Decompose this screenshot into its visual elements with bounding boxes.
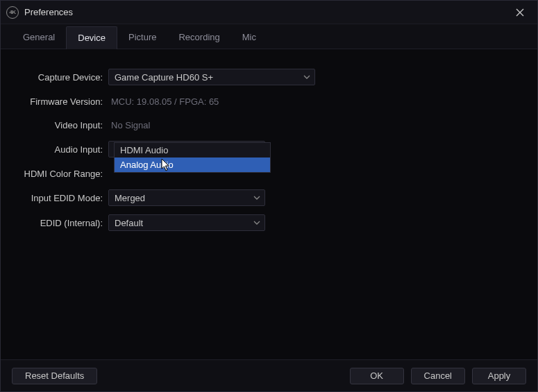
audio-input-option-analog[interactable]: Analog Audio — [115, 157, 270, 172]
app-icon: 4K — [6, 6, 19, 19]
close-icon — [516, 8, 524, 17]
label-capture-device: Capture Device: — [15, 72, 108, 83]
tab-recording[interactable]: Recording — [167, 26, 230, 49]
title-bar: 4K Preferences — [1, 1, 537, 24]
chevron-down-icon — [303, 74, 310, 80]
close-button[interactable] — [510, 2, 530, 23]
capture-device-select[interactable]: Game Capture HD60 S+ — [108, 69, 315, 85]
chevron-down-icon — [253, 194, 260, 201]
video-input-value: No Signal — [108, 120, 150, 130]
tab-device[interactable]: Device — [66, 26, 117, 49]
ok-button[interactable]: OK — [350, 368, 404, 384]
tab-picture[interactable]: Picture — [117, 26, 167, 49]
window-title: Preferences — [24, 7, 73, 17]
label-hdmi-color-range: HDMI Color Range: — [15, 169, 108, 179]
cancel-button[interactable]: Cancel — [411, 368, 465, 384]
footer-bar: Reset Defaults OK Cancel Apply — [1, 359, 537, 391]
label-input-edid-mode: Input EDID Mode: — [15, 193, 108, 203]
audio-input-option-hdmi[interactable]: HDMI Audio — [115, 143, 270, 157]
input-edid-mode-value: Merged — [115, 193, 145, 203]
input-edid-mode-select[interactable]: Merged — [108, 189, 265, 206]
tab-bar: General Device Picture Recording Mic — [1, 24, 537, 49]
label-video-input: Video Input: — [15, 120, 108, 130]
capture-device-value: Game Capture HD60 S+ — [115, 72, 213, 83]
chevron-down-icon — [253, 219, 260, 226]
audio-input-dropdown[interactable]: HDMI Audio Analog Audio — [114, 142, 271, 173]
firmware-version-value: MCU: 19.08.05 / FPGA: 65 — [108, 96, 219, 107]
reset-defaults-button[interactable]: Reset Defaults — [12, 368, 97, 384]
apply-button[interactable]: Apply — [472, 368, 526, 384]
tab-mic[interactable]: Mic — [231, 26, 267, 49]
label-edid-internal: EDID (Internal): — [15, 218, 108, 228]
label-audio-input: Audio Input: — [15, 144, 108, 155]
label-firmware-version: Firmware Version: — [15, 96, 108, 107]
tab-general[interactable]: General — [12, 26, 66, 49]
edid-internal-value: Default — [115, 218, 143, 228]
edid-internal-select[interactable]: Default — [108, 214, 265, 231]
content-panel: Capture Device: Game Capture HD60 S+ Fir… — [1, 49, 537, 231]
